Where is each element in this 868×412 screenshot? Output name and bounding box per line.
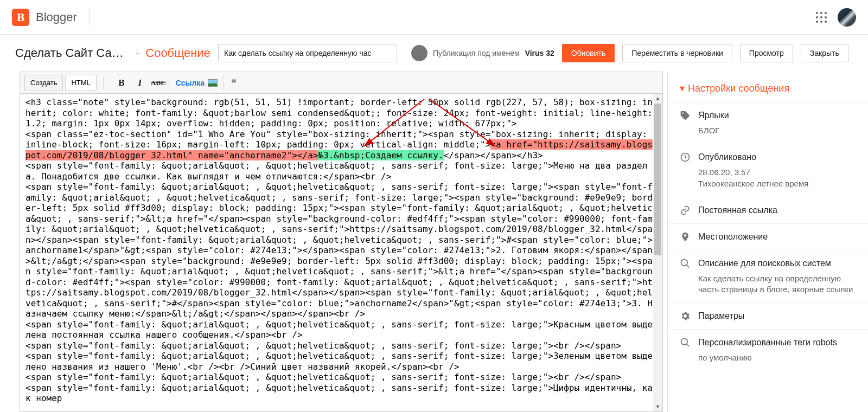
topbar-right <box>816 8 856 27</box>
tags-value: БЛОГ <box>698 125 856 136</box>
toolbar-separator <box>169 76 169 90</box>
location-title: Местоположение <box>698 232 768 242</box>
editor-toolbar: Создать HTML B I ABC Ссылка ❝ <box>20 72 663 93</box>
editor-text: </span></span></h3> <box>444 150 543 160</box>
svg-line-4 <box>687 265 690 267</box>
compose-tab[interactable]: Создать <box>24 75 63 91</box>
post-title-input[interactable] <box>218 44 397 62</box>
topbar: B Blogger <box>0 0 868 35</box>
strikethrough-icon[interactable]: ABC <box>152 76 164 90</box>
editor-text: <span style="font-family: &quot;arial&qu… <box>25 383 653 404</box>
author-name: Virus 32 <box>525 49 554 57</box>
editor-text: <h3 class="note" style="background: rgb(… <box>25 97 658 128</box>
blog-name[interactable]: Сделать Сайт Сам... <box>15 46 129 60</box>
robots-value: по умолчанию <box>698 352 856 363</box>
author-info: Публикация под именем Virus 32 <box>411 45 554 61</box>
editor-pane: Создать HTML B I ABC Ссылка ❝ <h3 class=… <box>0 72 667 412</box>
highlighted-link-text: №3.&nbsp;Создаем ссылку. <box>318 150 443 160</box>
params-title: Параметры <box>698 311 744 321</box>
svg-point-3 <box>681 259 688 266</box>
scroll-up-icon[interactable]: ▲ <box>653 94 662 103</box>
html-editor[interactable]: <h3 class="note" style="background: rgb(… <box>20 93 663 412</box>
editor-scrollbar[interactable]: ▲ ▼ <box>653 94 662 411</box>
sidebar-section-search-description[interactable]: Описание для поисковых систем Как сделат… <box>668 250 868 303</box>
link-icon <box>680 205 691 216</box>
sidebar-section-permalink[interactable]: Постоянная ссылка <box>668 197 868 223</box>
published-tz: Тихоокеанское летнее время <box>698 178 856 189</box>
apps-grid-icon[interactable] <box>816 12 827 23</box>
page-type: Сообщение <box>145 46 210 60</box>
separator-dot: · <box>136 46 139 60</box>
quote-icon[interactable]: ❝ <box>228 76 240 90</box>
published-date: 28.06.20, 3:57 <box>698 167 856 178</box>
location-icon <box>680 231 691 242</box>
gear-icon <box>680 311 691 321</box>
svg-point-5 <box>681 339 688 345</box>
sidebar-section-robots[interactable]: Персонализированные теги robots по умолч… <box>668 329 868 371</box>
scrollbar-thumb[interactable] <box>654 104 661 255</box>
sidebar-section-tags[interactable]: Ярлыки БЛОГ <box>668 102 868 144</box>
toolbar-separator <box>223 76 224 90</box>
main: Создать HTML B I ABC Ссылка ❝ <h3 class=… <box>0 72 868 412</box>
html-tab[interactable]: HTML <box>65 75 96 91</box>
search-desc-value: Как сделать ссылку на определенную часть… <box>698 273 856 295</box>
editor-text: <span style="font-family: &quot;arial&qu… <box>25 372 621 382</box>
image-icon[interactable] <box>207 76 219 90</box>
tags-title: Ярлыки <box>698 111 729 120</box>
sidebar-section-published[interactable]: Опубликовано 28.06.20, 3:57 Тихоокеанско… <box>668 144 868 197</box>
toolbar-separator <box>103 76 104 90</box>
link-button[interactable]: Ссылка <box>174 76 207 90</box>
sidebar-section-location[interactable]: Местоположение <box>668 223 868 250</box>
editor-text: <span style="font-family: &quot;arial&qu… <box>25 160 647 182</box>
breadcrumb: Сделать Сайт Сам... · Сообщение <box>15 46 210 60</box>
sidebar-section-params[interactable]: Параметры <box>668 302 868 329</box>
move-to-drafts-button[interactable]: Переместить в черновики <box>622 44 732 62</box>
preview-button[interactable]: Просмотр <box>740 44 793 62</box>
permalink-title: Постоянная ссылка <box>698 205 777 215</box>
close-button[interactable]: Закрыть <box>801 44 848 62</box>
published-title: Опубликовано <box>698 152 756 162</box>
editor-text: <span style="font-family: &quot;arial&qu… <box>25 340 621 351</box>
editor-text: <span style="font-family: &quot;arial&qu… <box>25 319 653 340</box>
brand-name: Blogger <box>36 10 77 24</box>
user-avatar[interactable] <box>838 8 856 27</box>
divider <box>89 8 90 27</box>
post-settings-sidebar: ▾ Настройки сообщения Ярлыки БЛОГ Опубли… <box>667 72 868 412</box>
scroll-down-icon[interactable]: ▼ <box>653 402 662 411</box>
clock-icon <box>680 152 691 163</box>
italic-icon[interactable]: I <box>134 76 146 90</box>
action-bar: Сделать Сайт Сам... · Сообщение Публикац… <box>0 35 868 72</box>
author-avatar-icon <box>411 45 427 61</box>
sidebar-header[interactable]: ▾ Настройки сообщения <box>668 78 868 102</box>
search-icon <box>680 337 691 348</box>
tag-icon <box>680 110 691 121</box>
svg-line-6 <box>687 344 690 347</box>
blogger-logo-icon[interactable]: B <box>12 9 29 26</box>
robots-title: Персонализированные теги robots <box>698 338 837 347</box>
bold-icon[interactable]: B <box>116 76 127 90</box>
editor-text: <span style="font-family: &quot;arial&qu… <box>25 351 653 372</box>
caret-down-icon: ▾ <box>680 82 685 94</box>
editor-text: <span style="font-family: &quot;arial&qu… <box>25 182 653 319</box>
update-button[interactable]: Обновить <box>562 44 615 62</box>
search-icon <box>680 258 691 269</box>
search-desc-title: Описание для поисковых систем <box>698 259 831 268</box>
author-prefix: Публикация под именем <box>433 49 520 57</box>
